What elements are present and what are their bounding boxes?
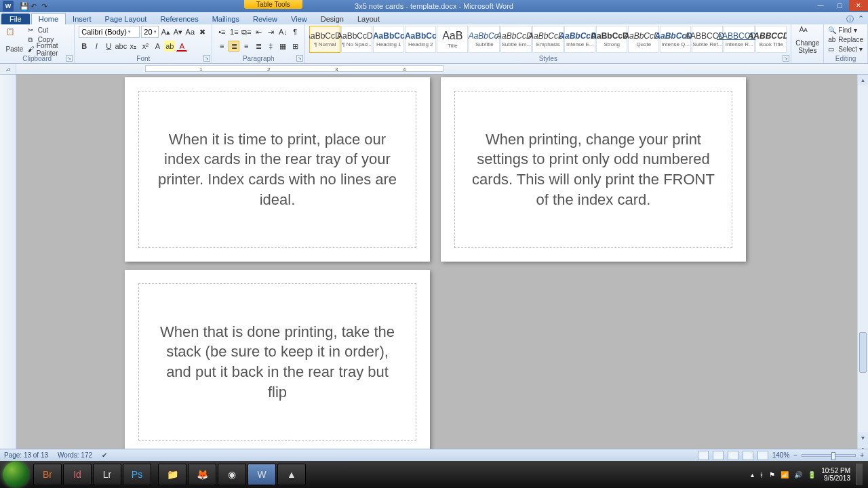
bullets-icon[interactable]: •≡ xyxy=(216,26,227,37)
tab-page-layout[interactable]: Page Layout xyxy=(98,14,154,24)
zoom-slider[interactable] xyxy=(802,454,856,457)
multilevel-icon[interactable]: ⧉≡ xyxy=(241,26,252,37)
taskbar-word[interactable]: W xyxy=(248,464,276,485)
ruler-corner[interactable]: ⊿ xyxy=(0,64,16,74)
shading-icon[interactable]: ▦ xyxy=(277,41,288,52)
word-count[interactable]: Words: 172 xyxy=(58,451,92,459)
style-subtitle[interactable]: AaBbCc.Subtitle xyxy=(469,26,500,53)
strike-button[interactable]: abc xyxy=(115,41,126,52)
tray-bluetooth-icon[interactable]: ᚼ xyxy=(760,471,764,479)
justify-icon[interactable]: ≣ xyxy=(253,41,264,52)
shrink-font-icon[interactable]: A▾ xyxy=(172,26,183,37)
view-print-layout[interactable] xyxy=(698,451,709,460)
qat-redo-icon[interactable]: ↷ xyxy=(41,1,50,11)
zoom-out-icon[interactable]: − xyxy=(793,451,797,459)
taskbar-chrome[interactable]: ◉ xyxy=(218,464,246,485)
close-button[interactable]: ✕ xyxy=(849,0,868,11)
tab-review[interactable]: Review xyxy=(246,14,284,24)
vertical-ruler[interactable] xyxy=(0,75,16,465)
zoom-in-icon[interactable]: + xyxy=(860,451,864,459)
tab-home[interactable]: Home xyxy=(31,13,66,24)
view-draft[interactable] xyxy=(757,451,768,460)
format-painter-button[interactable]: 🖌Format Painter xyxy=(28,45,70,54)
tab-layout[interactable]: Layout xyxy=(351,14,387,24)
scroll-up-icon[interactable]: ▲ xyxy=(858,75,868,85)
highlight-icon[interactable]: ab xyxy=(164,41,175,52)
taskbar-app[interactable]: Ps xyxy=(123,464,151,485)
numbering-icon[interactable]: 1≡ xyxy=(229,26,239,37)
start-button[interactable] xyxy=(3,462,28,487)
ribbon-minimize-icon[interactable]: ⓘ xyxy=(846,14,854,24)
page-indicator[interactable]: Page: 13 of 13 xyxy=(4,451,48,459)
find-button[interactable]: 🔍Find ▾ xyxy=(828,26,863,35)
minimize-button[interactable]: — xyxy=(811,0,830,11)
style-heading-1[interactable]: AaBbCcHeading 1 xyxy=(373,26,404,53)
taskbar-app[interactable]: Id xyxy=(63,464,92,485)
bold-button[interactable]: B xyxy=(79,41,90,52)
taskbar-app[interactable]: Lr xyxy=(93,464,121,485)
document-canvas[interactable]: When it is time to print, place our inde… xyxy=(16,75,857,465)
paste-button[interactable]: 📋 Paste xyxy=(4,26,25,54)
view-fullscreen[interactable] xyxy=(713,451,724,460)
scroll-down-icon[interactable]: ▼ xyxy=(858,432,868,443)
align-center-icon[interactable]: ≣ xyxy=(229,41,239,52)
tab-insert[interactable]: Insert xyxy=(66,14,98,24)
style--no-spaci-[interactable]: AaBbCcDc¶ No Spaci... xyxy=(341,26,372,53)
taskbar-vlc[interactable]: ▲ xyxy=(277,464,306,485)
font-name-combo[interactable]: Calibri (Body) xyxy=(79,26,140,38)
tab-file[interactable]: File xyxy=(1,14,30,24)
style-title[interactable]: AaBTitle xyxy=(437,26,468,53)
style-subtle-em-[interactable]: AaBbCcDcSubtle Em... xyxy=(500,26,532,53)
card-text[interactable]: When printing, change your print setting… xyxy=(471,129,715,210)
taskbar-app[interactable]: Br xyxy=(33,464,62,485)
line-spacing-icon[interactable]: ‡ xyxy=(265,41,276,52)
borders-icon[interactable]: ⊞ xyxy=(290,41,300,52)
show-desktop-button[interactable] xyxy=(856,464,863,485)
qat-undo-icon[interactable]: ↶ xyxy=(30,1,39,11)
tab-mailings[interactable]: Mailings xyxy=(205,14,246,24)
card-text[interactable]: When it is time to print, place our inde… xyxy=(155,129,399,210)
tab-references[interactable]: References xyxy=(153,14,205,24)
font-color-icon[interactable]: A xyxy=(176,41,187,52)
card-text[interactable]: When that is done printing, take the sta… xyxy=(155,322,399,403)
style-strong[interactable]: AaBbCcDcStrong xyxy=(596,26,627,53)
tray-clock[interactable]: 10:52 PM 9/5/2013 xyxy=(821,467,850,482)
subscript-button[interactable]: x₂ xyxy=(127,41,138,52)
vertical-scrollbar[interactable]: ▲ ▼ ● ▾ xyxy=(857,75,868,465)
grow-font-icon[interactable]: A▴ xyxy=(160,26,171,37)
view-outline[interactable] xyxy=(743,451,753,460)
style--normal[interactable]: AaBbCcDc¶ Normal xyxy=(309,26,340,53)
cut-button[interactable]: ✂Cut xyxy=(28,26,70,35)
qat-save-icon[interactable]: 💾 xyxy=(19,1,28,11)
index-card[interactable]: When it is time to print, place our inde… xyxy=(125,77,430,262)
clipboard-dialog-launcher[interactable]: ↘ xyxy=(66,55,73,62)
tray-icon[interactable]: ▴ xyxy=(751,471,754,479)
inc-indent-icon[interactable]: ⇥ xyxy=(265,26,276,37)
taskbar-explorer[interactable]: 📁 xyxy=(158,464,186,485)
maximize-button[interactable]: ▢ xyxy=(830,0,849,11)
taskbar-firefox[interactable]: 🦊 xyxy=(188,464,216,485)
index-card[interactable]: When that is done printing, take the sta… xyxy=(125,270,430,454)
change-case-icon[interactable]: Aa xyxy=(184,26,195,37)
scroll-thumb[interactable] xyxy=(859,332,867,373)
select-button[interactable]: ▭Select ▾ xyxy=(828,45,863,54)
tab-view[interactable]: View xyxy=(284,14,314,24)
text-effects-icon[interactable]: A xyxy=(152,41,163,52)
tray-network-icon[interactable]: 📶 xyxy=(781,471,789,479)
clear-format-icon[interactable]: ✖ xyxy=(197,26,208,37)
italic-button[interactable]: I xyxy=(91,41,102,52)
tray-battery-icon[interactable]: 🔋 xyxy=(808,471,816,479)
change-styles-button[interactable]: AᴀChange Styles xyxy=(795,26,819,54)
tab-design[interactable]: Design xyxy=(314,14,351,24)
style-book-title[interactable]: AABBCCDCBook Title xyxy=(755,26,787,53)
styles-gallery[interactable]: AaBbCcDc¶ NormalAaBbCcDc¶ No Spaci...AaB… xyxy=(309,26,787,54)
font-dialog-launcher[interactable]: ↘ xyxy=(203,55,210,62)
superscript-button[interactable]: x² xyxy=(140,41,151,52)
style-heading-2[interactable]: AaBbCcHeading 2 xyxy=(405,26,436,53)
paragraph-dialog-launcher[interactable]: ↘ xyxy=(296,55,303,62)
horizontal-ruler[interactable]: 1 2 3 4 xyxy=(16,64,868,74)
font-size-combo[interactable]: 20 xyxy=(141,26,159,38)
zoom-level[interactable]: 140% xyxy=(772,451,790,459)
proofing-icon[interactable]: ✔ xyxy=(102,451,107,459)
tray-action-center-icon[interactable]: ⚑ xyxy=(769,471,775,479)
